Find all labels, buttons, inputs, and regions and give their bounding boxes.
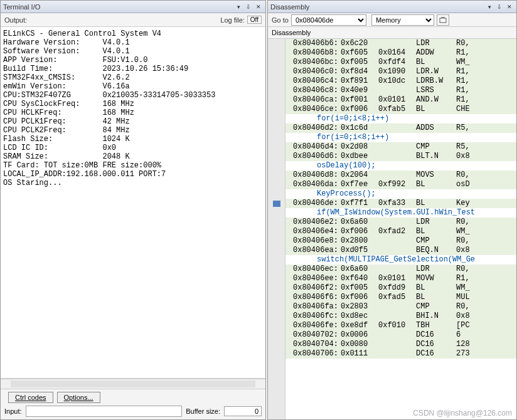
- addr: 0x80406ea:: [285, 246, 341, 255]
- bytes2: 0x10dc: [378, 76, 416, 86]
- logfile-label: Log file:: [220, 16, 245, 24]
- dropdown-icon[interactable]: ▾: [485, 3, 494, 11]
- disasm-row[interactable]: switch(MULTIPAGE_GetSelection(WM_Ge: [285, 255, 516, 265]
- horizontal-scrollbar[interactable]: [1, 379, 265, 389]
- mnemonic: MOVW: [416, 274, 456, 283]
- bytes1: 0xd0f5: [341, 246, 378, 255]
- mnemonic: LSRS: [416, 86, 456, 95]
- dropdown-icon[interactable]: ▾: [234, 3, 243, 11]
- operands: R1,: [456, 67, 516, 76]
- disasm-row[interactable]: 0x80406c0:0xf8d40x1090LDR.WR1,: [285, 67, 516, 76]
- disasm-row[interactable]: 0x80406d8:0x2064MOVSR0,: [285, 171, 516, 180]
- disasm-row[interactable]: 0x8040702:0x0006DC166: [285, 330, 516, 340]
- options-button[interactable]: Options...: [57, 392, 100, 403]
- addr: 0x80406c8:: [285, 86, 341, 95]
- operands: WM_: [456, 227, 516, 236]
- source-line: osDelay(100);: [285, 161, 516, 171]
- disasm-row[interactable]: 0x80406e2:0x6a60LDRR0,: [285, 218, 516, 227]
- operands: 0x8: [456, 312, 516, 321]
- pin-icon[interactable]: ⇩: [495, 3, 504, 11]
- disassembly-panel: Disassembly ▾ ⇩ ✕ Go to 0x080406de Memor…: [267, 0, 517, 420]
- disasm-row[interactable]: 0x80406d4:0x2d08CMPR5,: [285, 142, 516, 152]
- mnemonic: LDR: [416, 39, 456, 48]
- operands: WM_: [456, 58, 516, 67]
- disasm-row[interactable]: 0x8040706:0x0111DC16273: [285, 349, 516, 359]
- bytes1: 0xf605: [341, 48, 378, 58]
- close-icon[interactable]: ✕: [505, 3, 514, 11]
- mnemonic: ADDS: [416, 123, 456, 133]
- disasm-row[interactable]: 0x80406da:0xf7ee0xf992BLosD: [285, 180, 516, 189]
- disasm-row[interactable]: 0x80406b6:0x6c20LDRR0,: [285, 39, 516, 48]
- ctrl-codes-button[interactable]: Ctrl codes: [8, 392, 53, 403]
- operands: R0,: [456, 39, 516, 48]
- disasm-row[interactable]: 0x80406ec:0x6a60LDRR0,: [285, 265, 516, 274]
- mnemonic: BL: [416, 283, 456, 293]
- bytes2: 0xfa33: [378, 199, 416, 208]
- mnemonic: BEQ.N: [416, 246, 456, 255]
- disasm-row[interactable]: 0x80406ca:0xf0010x0101AND.WR1,: [285, 95, 516, 105]
- disasm-row[interactable]: 0x80406ea:0xd0f5BEQ.N0x8: [285, 246, 516, 255]
- disasm-row[interactable]: 0x80406bc:0xf0050xfdf4BLWM_: [285, 58, 516, 67]
- bytes1: 0xf006: [341, 293, 378, 302]
- disasm-row[interactable]: 0x80406fa:0x2803CMPR0,: [285, 302, 516, 312]
- mnemonic: CMP: [416, 302, 456, 312]
- mnemonic: BL: [416, 180, 456, 189]
- disasm-row[interactable]: 0x80406ee:0xf6400x0101MOVWR1,: [285, 274, 516, 283]
- bytes2: 0xf992: [378, 180, 416, 189]
- operands: R0,: [456, 265, 516, 274]
- addr: 0x80406ce:: [285, 105, 341, 114]
- disasm-row[interactable]: 0x80406f6:0xf0060xfad5BLMUL: [285, 293, 516, 302]
- disasm-lines[interactable]: 0x80406b6:0x6c20LDRR0,0x80406b8:0xf6050x…: [285, 39, 516, 419]
- pin-icon[interactable]: ⇩: [244, 3, 253, 11]
- svg-rect-0: [440, 18, 446, 23]
- mnemonic: BL: [416, 105, 456, 114]
- buffer-size-value: 0: [224, 406, 262, 416]
- disasm-row[interactable]: 0x80406e8:0x2800CMPR0,: [285, 236, 516, 246]
- disasm-row[interactable]: 0x80406d2:0x1c6dADDSR5,: [285, 123, 516, 133]
- disasm-row[interactable]: for(i=0;i<8;i++): [285, 133, 516, 142]
- operands: 128: [456, 340, 516, 349]
- mnemonic: BHI.N: [416, 312, 456, 321]
- close-icon[interactable]: ✕: [254, 3, 263, 11]
- disasm-body[interactable]: 0x80406b6:0x6c20LDRR0,0x80406b8:0xf6050x…: [268, 39, 516, 419]
- disasm-row[interactable]: for(i=0;i<8;i++): [285, 114, 516, 123]
- operands: R1,: [456, 48, 516, 58]
- disasm-row[interactable]: 0x80406fc:0xd8ecBHI.N0x8: [285, 312, 516, 321]
- bytes1: 0xdbee: [341, 152, 378, 161]
- operands: R5,: [456, 123, 516, 133]
- operands: R1,: [456, 76, 516, 86]
- logfile-toggle[interactable]: Off: [247, 16, 262, 24]
- disasm-row[interactable]: 0x80406d6:0xdbeeBLT.N0x8: [285, 152, 516, 161]
- bytes1: 0x2d08: [341, 142, 378, 152]
- mnemonic: CMP: [416, 142, 456, 152]
- disasm-row[interactable]: 0x8040704:0x0080DC16128: [285, 340, 516, 349]
- disasm-row[interactable]: 0x80406f2:0xf0050xfdd9BLWM_: [285, 283, 516, 293]
- terminal-input[interactable]: [26, 406, 183, 417]
- terminal-output[interactable]: ELinkCS - General Control System V4 Hard…: [1, 27, 265, 379]
- addr: 0x80406de:: [285, 199, 341, 208]
- bytes2: 0x0101: [378, 274, 416, 283]
- disasm-row[interactable]: 0x80406ce:0xf0060xfab5BLCHE: [285, 105, 516, 114]
- operands: R0,: [456, 302, 516, 312]
- bytes1: 0x0080: [341, 340, 378, 349]
- disasm-row[interactable]: 0x80406c8:0x40e9LSRSR1,: [285, 86, 516, 95]
- toolbox-icon[interactable]: [437, 14, 449, 26]
- disasm-columns-header: Disassembly: [268, 27, 516, 39]
- disasm-row[interactable]: osDelay(100);: [285, 161, 516, 171]
- bytes1: 0xf640: [341, 274, 378, 283]
- terminal-titlebar[interactable]: Terminal I/O ▾ ⇩ ✕: [1, 1, 265, 13]
- goto-address-select[interactable]: 0x080406de: [291, 14, 366, 26]
- disasm-row[interactable]: 0x80406e4:0xf0060xfad2BLWM_: [285, 227, 516, 236]
- disasm-row[interactable]: 0x80406b8:0xf6050x0164ADDWR1,: [285, 48, 516, 58]
- addr: 0x80406c0:: [285, 67, 341, 76]
- disasm-row[interactable]: KeyProcess();: [285, 189, 516, 199]
- view-mode-select[interactable]: Memory: [371, 14, 434, 26]
- disasm-row[interactable]: 0x80406de:0xf7f10xfa33BLKey: [285, 199, 516, 208]
- mnemonic: DC16: [416, 340, 456, 349]
- disasm-row[interactable]: if(WM_IsWindow(System.GUI.hWin_Test: [285, 208, 516, 218]
- bytes2: 0x0101: [378, 95, 416, 105]
- disasm-titlebar[interactable]: Disassembly ▾ ⇩ ✕: [268, 1, 516, 13]
- buffer-size-label: Buffer size:: [186, 407, 220, 415]
- disasm-row[interactable]: 0x80406fe:0xe8df0xf010TBH[PC: [285, 321, 516, 330]
- disasm-row[interactable]: 0x80406c4:0xf8910x10dcLDRB.WR1,: [285, 76, 516, 86]
